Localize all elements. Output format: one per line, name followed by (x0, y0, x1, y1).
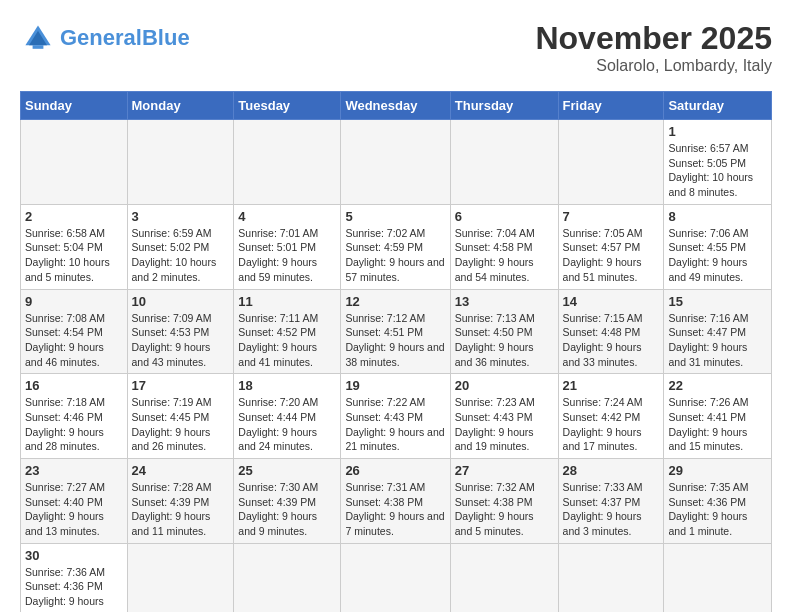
day-info: Sunrise: 7:18 AM Sunset: 4:46 PM Dayligh… (25, 395, 123, 454)
calendar-cell: 6Sunrise: 7:04 AM Sunset: 4:58 PM Daylig… (450, 204, 558, 289)
col-monday: Monday (127, 92, 234, 120)
day-number: 25 (238, 463, 336, 478)
calendar-cell (21, 120, 128, 205)
calendar-cell (341, 543, 450, 612)
calendar-cell: 1Sunrise: 6:57 AM Sunset: 5:05 PM Daylig… (664, 120, 772, 205)
calendar-cell: 29Sunrise: 7:35 AM Sunset: 4:36 PM Dayli… (664, 459, 772, 544)
svg-rect-2 (33, 45, 44, 49)
calendar-cell: 16Sunrise: 7:18 AM Sunset: 4:46 PM Dayli… (21, 374, 128, 459)
calendar-week-row-1: 1Sunrise: 6:57 AM Sunset: 5:05 PM Daylig… (21, 120, 772, 205)
calendar-cell (127, 543, 234, 612)
col-saturday: Saturday (664, 92, 772, 120)
day-number: 23 (25, 463, 123, 478)
calendar-cell: 4Sunrise: 7:01 AM Sunset: 5:01 PM Daylig… (234, 204, 341, 289)
day-number: 21 (563, 378, 660, 393)
calendar-cell: 23Sunrise: 7:27 AM Sunset: 4:40 PM Dayli… (21, 459, 128, 544)
col-friday: Friday (558, 92, 664, 120)
day-number: 16 (25, 378, 123, 393)
day-info: Sunrise: 7:02 AM Sunset: 4:59 PM Dayligh… (345, 226, 445, 285)
day-info: Sunrise: 7:20 AM Sunset: 4:44 PM Dayligh… (238, 395, 336, 454)
calendar-cell: 7Sunrise: 7:05 AM Sunset: 4:57 PM Daylig… (558, 204, 664, 289)
day-info: Sunrise: 7:19 AM Sunset: 4:45 PM Dayligh… (132, 395, 230, 454)
day-info: Sunrise: 7:04 AM Sunset: 4:58 PM Dayligh… (455, 226, 554, 285)
day-number: 17 (132, 378, 230, 393)
col-tuesday: Tuesday (234, 92, 341, 120)
calendar-cell: 27Sunrise: 7:32 AM Sunset: 4:38 PM Dayli… (450, 459, 558, 544)
logo-text: GeneralBlue (60, 27, 190, 49)
logo: GeneralBlue (20, 20, 190, 56)
calendar-cell: 22Sunrise: 7:26 AM Sunset: 4:41 PM Dayli… (664, 374, 772, 459)
day-info: Sunrise: 7:15 AM Sunset: 4:48 PM Dayligh… (563, 311, 660, 370)
day-number: 13 (455, 294, 554, 309)
day-info: Sunrise: 7:06 AM Sunset: 4:55 PM Dayligh… (668, 226, 767, 285)
day-number: 14 (563, 294, 660, 309)
calendar-cell: 26Sunrise: 7:31 AM Sunset: 4:38 PM Dayli… (341, 459, 450, 544)
calendar-cell: 30Sunrise: 7:36 AM Sunset: 4:36 PM Dayli… (21, 543, 128, 612)
day-number: 6 (455, 209, 554, 224)
calendar-cell (234, 120, 341, 205)
calendar-week-row-3: 9Sunrise: 7:08 AM Sunset: 4:54 PM Daylig… (21, 289, 772, 374)
day-info: Sunrise: 7:11 AM Sunset: 4:52 PM Dayligh… (238, 311, 336, 370)
day-number: 18 (238, 378, 336, 393)
day-number: 15 (668, 294, 767, 309)
header: GeneralBlue November 2025 Solarolo, Lomb… (20, 20, 772, 75)
day-info: Sunrise: 7:32 AM Sunset: 4:38 PM Dayligh… (455, 480, 554, 539)
day-info: Sunrise: 6:58 AM Sunset: 5:04 PM Dayligh… (25, 226, 123, 285)
day-info: Sunrise: 7:31 AM Sunset: 4:38 PM Dayligh… (345, 480, 445, 539)
calendar-cell (558, 543, 664, 612)
logo-blue: Blue (142, 25, 190, 50)
calendar-header-row: Sunday Monday Tuesday Wednesday Thursday… (21, 92, 772, 120)
month-title: November 2025 (535, 20, 772, 57)
day-number: 24 (132, 463, 230, 478)
day-info: Sunrise: 7:36 AM Sunset: 4:36 PM Dayligh… (25, 565, 123, 612)
logo-icon (20, 20, 56, 56)
day-number: 29 (668, 463, 767, 478)
calendar-cell: 18Sunrise: 7:20 AM Sunset: 4:44 PM Dayli… (234, 374, 341, 459)
calendar-cell: 15Sunrise: 7:16 AM Sunset: 4:47 PM Dayli… (664, 289, 772, 374)
col-sunday: Sunday (21, 92, 128, 120)
calendar-cell: 28Sunrise: 7:33 AM Sunset: 4:37 PM Dayli… (558, 459, 664, 544)
page: GeneralBlue November 2025 Solarolo, Lomb… (0, 0, 792, 612)
calendar-cell: 12Sunrise: 7:12 AM Sunset: 4:51 PM Dayli… (341, 289, 450, 374)
calendar-cell: 25Sunrise: 7:30 AM Sunset: 4:39 PM Dayli… (234, 459, 341, 544)
calendar-cell: 2Sunrise: 6:58 AM Sunset: 5:04 PM Daylig… (21, 204, 128, 289)
day-number: 30 (25, 548, 123, 563)
calendar-table: Sunday Monday Tuesday Wednesday Thursday… (20, 91, 772, 612)
calendar-cell (127, 120, 234, 205)
col-wednesday: Wednesday (341, 92, 450, 120)
calendar-cell (234, 543, 341, 612)
calendar-cell: 8Sunrise: 7:06 AM Sunset: 4:55 PM Daylig… (664, 204, 772, 289)
day-info: Sunrise: 7:24 AM Sunset: 4:42 PM Dayligh… (563, 395, 660, 454)
day-number: 26 (345, 463, 445, 478)
day-info: Sunrise: 7:01 AM Sunset: 5:01 PM Dayligh… (238, 226, 336, 285)
day-number: 2 (25, 209, 123, 224)
calendar-cell: 5Sunrise: 7:02 AM Sunset: 4:59 PM Daylig… (341, 204, 450, 289)
calendar-cell: 9Sunrise: 7:08 AM Sunset: 4:54 PM Daylig… (21, 289, 128, 374)
day-number: 19 (345, 378, 445, 393)
day-info: Sunrise: 7:08 AM Sunset: 4:54 PM Dayligh… (25, 311, 123, 370)
calendar-cell: 17Sunrise: 7:19 AM Sunset: 4:45 PM Dayli… (127, 374, 234, 459)
calendar-cell: 24Sunrise: 7:28 AM Sunset: 4:39 PM Dayli… (127, 459, 234, 544)
calendar-cell: 13Sunrise: 7:13 AM Sunset: 4:50 PM Dayli… (450, 289, 558, 374)
day-info: Sunrise: 7:22 AM Sunset: 4:43 PM Dayligh… (345, 395, 445, 454)
location-title: Solarolo, Lombardy, Italy (535, 57, 772, 75)
day-info: Sunrise: 7:13 AM Sunset: 4:50 PM Dayligh… (455, 311, 554, 370)
day-number: 5 (345, 209, 445, 224)
day-number: 9 (25, 294, 123, 309)
day-number: 8 (668, 209, 767, 224)
calendar-week-row-2: 2Sunrise: 6:58 AM Sunset: 5:04 PM Daylig… (21, 204, 772, 289)
day-info: Sunrise: 6:57 AM Sunset: 5:05 PM Dayligh… (668, 141, 767, 200)
calendar-cell: 20Sunrise: 7:23 AM Sunset: 4:43 PM Dayli… (450, 374, 558, 459)
day-number: 1 (668, 124, 767, 139)
col-thursday: Thursday (450, 92, 558, 120)
day-number: 20 (455, 378, 554, 393)
day-info: Sunrise: 7:05 AM Sunset: 4:57 PM Dayligh… (563, 226, 660, 285)
title-block: November 2025 Solarolo, Lombardy, Italy (535, 20, 772, 75)
calendar-cell: 14Sunrise: 7:15 AM Sunset: 4:48 PM Dayli… (558, 289, 664, 374)
logo-general: General (60, 25, 142, 50)
calendar-cell (341, 120, 450, 205)
day-number: 11 (238, 294, 336, 309)
calendar-week-row-6: 30Sunrise: 7:36 AM Sunset: 4:36 PM Dayli… (21, 543, 772, 612)
day-number: 28 (563, 463, 660, 478)
day-number: 3 (132, 209, 230, 224)
